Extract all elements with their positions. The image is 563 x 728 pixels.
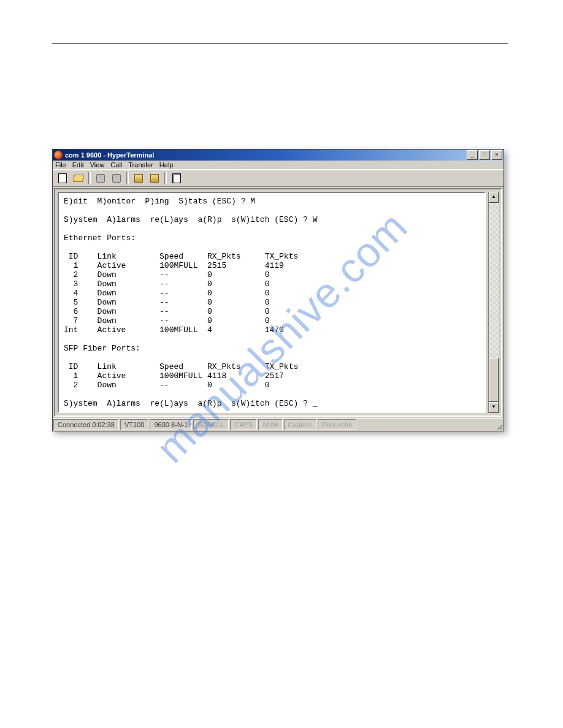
connect-button[interactable] [93, 172, 108, 185]
disconnect-button[interactable] [109, 172, 124, 185]
menu-view[interactable]: View [90, 161, 105, 169]
connect-phone-icon [96, 174, 105, 183]
menu-edit[interactable]: Edit [72, 161, 84, 169]
status-caps: CAPS [230, 419, 257, 430]
send-file-icon [134, 174, 143, 183]
menu-call[interactable]: Call [110, 161, 122, 169]
status-bar: Connected 0:02:38 VT100 9600 8-N-1 SCROL… [53, 418, 504, 431]
menu-file[interactable]: File [55, 161, 66, 169]
page-horizontal-rule [52, 43, 508, 44]
app-icon [54, 151, 63, 159]
terminal-output[interactable]: E)dit M)onitor P)ing S)tats (ESC) ? M S)… [64, 197, 480, 408]
disconnect-phone-icon [112, 174, 121, 183]
title-bar[interactable]: com 1 9600 - HyperTerminal _ □ × [53, 150, 504, 161]
hyperterminal-window: com 1 9600 - HyperTerminal _ □ × File Ed… [52, 149, 504, 431]
status-num: NUM [258, 419, 282, 430]
status-capture: Capture [284, 419, 316, 430]
status-emulation: VT100 [120, 419, 148, 430]
scroll-thumb[interactable] [489, 358, 499, 402]
scroll-up-button[interactable]: ▲ [489, 192, 499, 203]
receive-file-button[interactable] [147, 172, 162, 185]
client-area: E)dit M)onitor P)ing S)tats (ESC) ? M S)… [54, 188, 502, 417]
status-connected: Connected 0:02:38 [53, 419, 119, 430]
menu-help[interactable]: Help [159, 161, 174, 169]
toolbar-separator [126, 172, 129, 184]
resize-grip-icon[interactable] [494, 419, 504, 431]
menu-bar: File Edit View Call Transfer Help [53, 161, 504, 170]
new-document-icon [58, 173, 67, 183]
status-printecho: Print echo [318, 419, 357, 430]
terminal-frame: E)dit M)onitor P)ing S)tats (ESC) ? M S)… [58, 192, 486, 413]
scroll-track[interactable] [489, 203, 499, 402]
send-file-button[interactable] [131, 172, 146, 185]
open-folder-icon [74, 175, 83, 182]
receive-file-icon [150, 174, 159, 183]
window-title: com 1 9600 - HyperTerminal [65, 151, 467, 159]
vertical-scrollbar[interactable]: ▲ ▼ [488, 192, 499, 413]
maximize-button[interactable]: □ [479, 150, 490, 160]
scroll-down-button[interactable]: ▼ [489, 402, 499, 413]
properties-icon [172, 173, 181, 183]
menu-transfer[interactable]: Transfer [128, 161, 153, 169]
toolbar-separator [164, 172, 167, 184]
toolbar-separator [88, 172, 91, 184]
close-button[interactable]: × [491, 150, 502, 160]
new-document-button[interactable] [55, 172, 70, 185]
open-button[interactable] [71, 172, 86, 185]
properties-button[interactable] [169, 172, 184, 185]
minimize-button[interactable]: _ [467, 150, 478, 160]
status-scroll: SCROLL [193, 419, 229, 430]
status-settings: 9600 8-N-1 [150, 419, 192, 430]
toolbar [53, 170, 504, 187]
